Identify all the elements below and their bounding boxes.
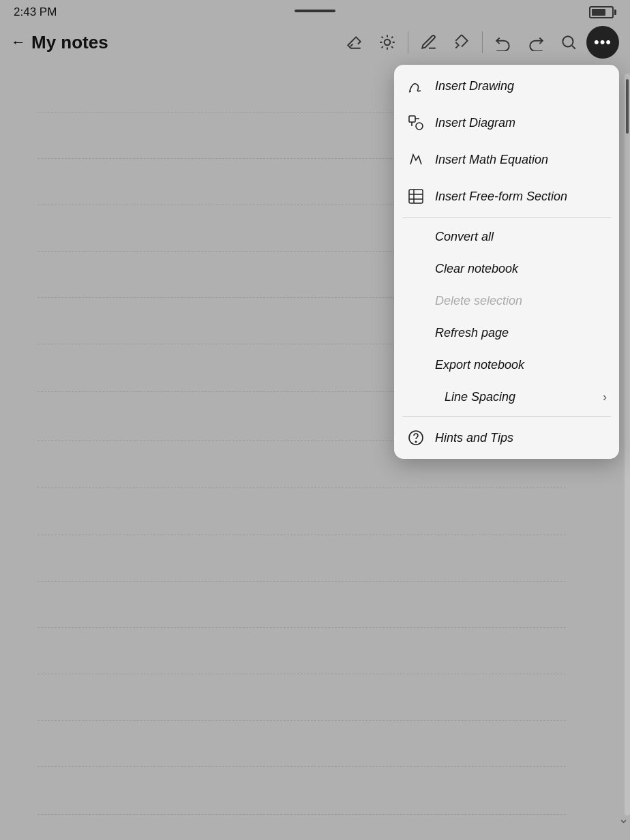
note-line: [38, 766, 566, 767]
freeform-icon: [406, 187, 425, 206]
toolbar: ← My notes: [0, 22, 630, 63]
note-line: [38, 535, 566, 535]
status-notch: [295, 10, 335, 12]
note-line: [38, 674, 566, 674]
svg-point-12: [416, 123, 423, 130]
note-line: [38, 581, 566, 582]
math-icon: [406, 150, 425, 169]
menu-item-refresh-page[interactable]: Refresh page: [394, 317, 619, 349]
note-line: [38, 814, 566, 815]
menu-item-insert-freeform[interactable]: Insert Free-form Section: [394, 178, 619, 215]
eraser-icon: [346, 33, 363, 51]
pen-icon: [420, 33, 438, 51]
menu-item-clear-notebook[interactable]: Clear notebook: [394, 253, 619, 285]
toolbar-divider: [408, 31, 408, 53]
svg-rect-11: [409, 116, 415, 122]
menu-item-convert-all[interactable]: Convert all: [394, 221, 619, 253]
menu-item-hints-tips-label: Hints and Tips: [435, 431, 607, 445]
chevron-right-icon: ›: [603, 390, 607, 404]
eraser-button[interactable]: [340, 27, 370, 57]
menu-item-insert-math-label: Insert Math Equation: [435, 153, 607, 167]
menu-section-hints: Hints and Tips: [394, 417, 619, 459]
diagram-icon: [406, 113, 425, 132]
battery-icon: [589, 6, 616, 18]
highlighter-button[interactable]: [447, 27, 477, 57]
brightness-button[interactable]: [372, 27, 402, 57]
back-arrow-icon: ←: [11, 33, 26, 51]
search-icon: [560, 33, 578, 51]
svg-point-20: [415, 441, 417, 442]
undo-icon: [494, 33, 512, 51]
menu-item-line-spacing-label: Line Spacing: [445, 390, 593, 404]
drawing-icon: [406, 76, 425, 95]
back-button[interactable]: ← My notes: [11, 32, 108, 53]
dropdown-menu: Insert Drawing Insert Diagram Insert Mat…: [394, 65, 619, 459]
menu-section-insert: Insert Drawing Insert Diagram Insert Mat…: [394, 65, 619, 217]
redo-button[interactable]: [521, 27, 551, 57]
status-time: 2:43 PM: [14, 5, 57, 19]
svg-line-10: [572, 46, 575, 49]
menu-item-line-spacing[interactable]: Line Spacing ›: [394, 381, 619, 413]
svg-line-4: [391, 46, 393, 48]
pen-button[interactable]: [414, 27, 444, 57]
note-line: [38, 627, 566, 628]
scrollbar-track[interactable]: [625, 74, 630, 815]
svg-point-0: [385, 40, 391, 46]
more-dots-icon: •••: [594, 33, 612, 51]
svg-line-8: [391, 37, 393, 38]
menu-item-insert-math[interactable]: Insert Math Equation: [394, 141, 619, 178]
menu-item-insert-drawing[interactable]: Insert Drawing: [394, 68, 619, 104]
menu-item-delete-selection: Delete selection: [394, 285, 619, 317]
menu-item-insert-diagram-label: Insert Diagram: [435, 116, 607, 130]
note-line: [38, 720, 566, 721]
menu-section-actions: Convert all Clear notebook Delete select…: [394, 218, 619, 416]
menu-item-hints-tips[interactable]: Hints and Tips: [394, 419, 619, 456]
status-bar: 2:43 PM: [0, 0, 630, 22]
brightness-icon: [378, 33, 396, 51]
svg-point-9: [562, 36, 573, 46]
question-icon: [406, 428, 425, 447]
menu-item-insert-drawing-label: Insert Drawing: [435, 79, 607, 93]
search-button[interactable]: [554, 27, 584, 57]
menu-item-insert-diagram[interactable]: Insert Diagram: [394, 104, 619, 141]
note-line: [38, 487, 566, 487]
scroll-chevron-down-icon[interactable]: ⌄: [618, 811, 629, 826]
svg-rect-15: [409, 190, 423, 203]
undo-button[interactable]: [488, 27, 518, 57]
toolbar-divider-2: [482, 31, 483, 53]
more-button[interactable]: •••: [586, 26, 619, 59]
svg-line-3: [382, 37, 383, 38]
svg-line-7: [382, 46, 383, 48]
page-title: My notes: [31, 32, 108, 53]
menu-item-insert-freeform-label: Insert Free-form Section: [435, 190, 607, 204]
scrollbar-thumb[interactable]: [626, 79, 629, 134]
menu-item-export-notebook[interactable]: Export notebook: [394, 349, 619, 381]
highlighter-icon: [453, 33, 470, 51]
redo-icon: [527, 33, 545, 51]
